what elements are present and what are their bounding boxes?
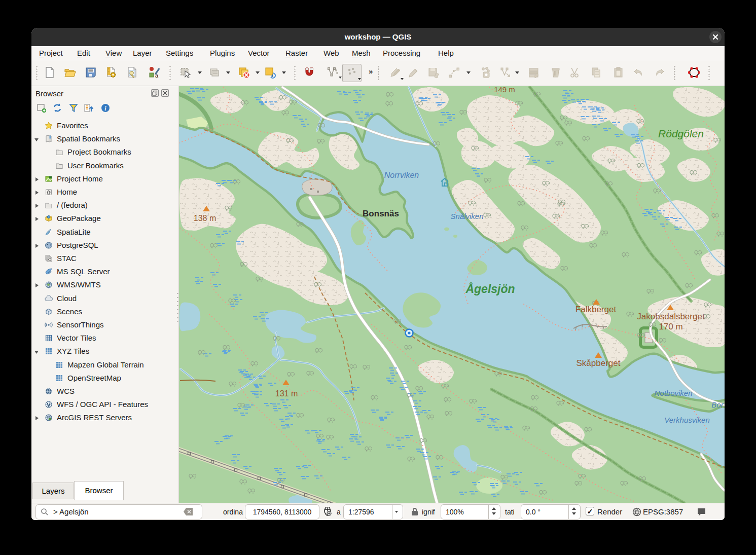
svg-text:Bor: Bor	[711, 400, 724, 409]
svg-text:Notboviken: Notboviken	[654, 389, 692, 397]
svg-text:Falkberget: Falkberget	[575, 305, 617, 314]
svg-text:Bonsnäs: Bonsnäs	[363, 209, 399, 218]
svg-text:Norrviken: Norrviken	[384, 171, 419, 179]
svg-text:Skåpberget: Skåpberget	[577, 358, 621, 368]
svg-text:Jakobsdalsberget: Jakobsdalsberget	[637, 312, 705, 321]
svg-text:Verkhusviken: Verkhusviken	[664, 416, 710, 424]
svg-text:Rödgölen: Rödgölen	[658, 128, 704, 139]
svg-text:170 m: 170 m	[659, 322, 682, 331]
svg-text:Ågelsjön: Ågelsjön	[465, 282, 515, 295]
svg-text:149 m: 149 m	[494, 86, 515, 94]
svg-text:138 m: 138 m	[194, 214, 216, 223]
svg-text:a: a	[155, 72, 159, 79]
svg-text:Snålviken: Snålviken	[450, 212, 483, 220]
svg-text:131 m: 131 m	[275, 389, 298, 398]
